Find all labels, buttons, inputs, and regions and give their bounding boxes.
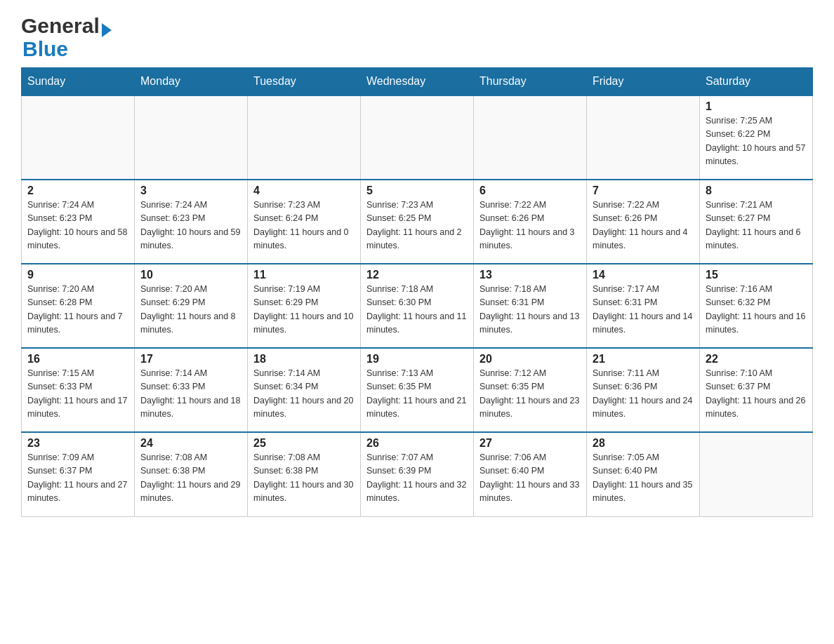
calendar-table: SundayMondayTuesdayWednesdayThursdayFrid… (21, 67, 813, 517)
cell-content: 24Sunrise: 7:08 AMSunset: 6:38 PMDayligh… (140, 437, 241, 506)
cell-content: 4Sunrise: 7:23 AMSunset: 6:24 PMDaylight… (253, 185, 355, 253)
calendar-cell: 12Sunrise: 7:18 AMSunset: 6:30 PMDayligh… (361, 264, 474, 348)
day-number: 9 (27, 269, 128, 281)
calendar-cell: 21Sunrise: 7:11 AMSunset: 6:36 PMDayligh… (587, 348, 700, 432)
day-info: Sunrise: 7:08 AMSunset: 6:38 PMDaylight:… (253, 451, 355, 506)
day-info: Sunrise: 7:23 AMSunset: 6:24 PMDaylight:… (253, 199, 355, 253)
day-number: 28 (593, 437, 694, 450)
calendar-cell: 20Sunrise: 7:12 AMSunset: 6:35 PMDayligh… (474, 348, 587, 432)
calendar-cell: 8Sunrise: 7:21 AMSunset: 6:27 PMDaylight… (700, 180, 813, 264)
cell-content: 19Sunrise: 7:13 AMSunset: 6:35 PMDayligh… (366, 353, 468, 422)
day-number: 4 (253, 185, 355, 197)
day-info: Sunrise: 7:09 AMSunset: 6:37 PMDaylight:… (27, 451, 128, 506)
day-number: 17 (140, 353, 241, 365)
calendar-cell (22, 95, 135, 180)
cell-content: 5Sunrise: 7:23 AMSunset: 6:25 PMDaylight… (366, 185, 468, 253)
calendar-cell: 19Sunrise: 7:13 AMSunset: 6:35 PMDayligh… (361, 348, 474, 432)
calendar-cell: 1Sunrise: 7:25 AMSunset: 6:22 PMDaylight… (700, 95, 813, 180)
weekday-header-thursday: Thursday (474, 68, 587, 96)
logo-general-text: General (21, 14, 100, 37)
cell-content: 8Sunrise: 7:21 AMSunset: 6:27 PMDaylight… (706, 185, 807, 253)
cell-content: 27Sunrise: 7:06 AMSunset: 6:40 PMDayligh… (479, 437, 581, 506)
cell-content: 28Sunrise: 7:05 AMSunset: 6:40 PMDayligh… (593, 437, 694, 506)
calendar-week-row: 9Sunrise: 7:20 AMSunset: 6:28 PMDaylight… (22, 264, 813, 348)
calendar-cell: 14Sunrise: 7:17 AMSunset: 6:31 PMDayligh… (587, 264, 700, 348)
cell-content: 25Sunrise: 7:08 AMSunset: 6:38 PMDayligh… (253, 437, 355, 506)
calendar-week-row: 16Sunrise: 7:15 AMSunset: 6:33 PMDayligh… (22, 348, 813, 432)
logo: General Blue (21, 14, 112, 60)
day-info: Sunrise: 7:23 AMSunset: 6:25 PMDaylight:… (366, 199, 468, 253)
logo-blue-text: Blue (22, 37, 68, 60)
weekday-header-tuesday: Tuesday (248, 68, 361, 96)
day-number: 23 (27, 437, 128, 450)
day-number: 1 (706, 100, 807, 113)
day-number: 13 (479, 269, 581, 281)
cell-content: 7Sunrise: 7:22 AMSunset: 6:26 PMDaylight… (593, 185, 694, 253)
day-info: Sunrise: 7:07 AMSunset: 6:39 PMDaylight:… (366, 451, 468, 506)
day-info: Sunrise: 7:06 AMSunset: 6:40 PMDaylight:… (479, 451, 581, 506)
calendar-cell: 4Sunrise: 7:23 AMSunset: 6:24 PMDaylight… (248, 180, 361, 264)
calendar-cell: 9Sunrise: 7:20 AMSunset: 6:28 PMDaylight… (22, 264, 135, 348)
day-info: Sunrise: 7:18 AMSunset: 6:30 PMDaylight:… (366, 283, 468, 337)
cell-content: 11Sunrise: 7:19 AMSunset: 6:29 PMDayligh… (253, 269, 355, 337)
weekday-header-row: SundayMondayTuesdayWednesdayThursdayFrid… (22, 68, 813, 96)
calendar-cell (135, 95, 248, 180)
calendar-cell (361, 95, 474, 180)
calendar-cell: 5Sunrise: 7:23 AMSunset: 6:25 PMDaylight… (361, 180, 474, 264)
calendar-cell: 3Sunrise: 7:24 AMSunset: 6:23 PMDaylight… (135, 180, 248, 264)
day-info: Sunrise: 7:18 AMSunset: 6:31 PMDaylight:… (479, 283, 581, 337)
day-info: Sunrise: 7:20 AMSunset: 6:28 PMDaylight:… (27, 283, 128, 337)
day-info: Sunrise: 7:21 AMSunset: 6:27 PMDaylight:… (706, 199, 807, 253)
day-info: Sunrise: 7:05 AMSunset: 6:40 PMDaylight:… (593, 451, 694, 506)
day-info: Sunrise: 7:12 AMSunset: 6:35 PMDaylight:… (479, 367, 581, 422)
day-number: 19 (366, 353, 468, 365)
cell-content: 9Sunrise: 7:20 AMSunset: 6:28 PMDaylight… (27, 269, 128, 337)
day-info: Sunrise: 7:10 AMSunset: 6:37 PMDaylight:… (706, 367, 807, 422)
day-number: 20 (479, 353, 581, 365)
calendar-cell: 18Sunrise: 7:14 AMSunset: 6:34 PMDayligh… (248, 348, 361, 432)
cell-content: 3Sunrise: 7:24 AMSunset: 6:23 PMDaylight… (140, 185, 241, 253)
day-number: 15 (706, 269, 807, 281)
day-number: 27 (479, 437, 581, 450)
day-number: 22 (706, 353, 807, 365)
cell-content: 15Sunrise: 7:16 AMSunset: 6:32 PMDayligh… (706, 269, 807, 337)
day-info: Sunrise: 7:13 AMSunset: 6:35 PMDaylight:… (366, 367, 468, 422)
calendar-cell: 25Sunrise: 7:08 AMSunset: 6:38 PMDayligh… (248, 432, 361, 516)
weekday-header-wednesday: Wednesday (361, 68, 474, 96)
cell-content: 20Sunrise: 7:12 AMSunset: 6:35 PMDayligh… (479, 353, 581, 422)
calendar-cell: 16Sunrise: 7:15 AMSunset: 6:33 PMDayligh… (22, 348, 135, 432)
day-number: 26 (366, 437, 468, 450)
calendar-cell: 24Sunrise: 7:08 AMSunset: 6:38 PMDayligh… (135, 432, 248, 516)
calendar-week-row: 23Sunrise: 7:09 AMSunset: 6:37 PMDayligh… (22, 432, 813, 516)
day-number: 14 (593, 269, 694, 281)
logo-arrow-icon (102, 23, 112, 37)
calendar-cell (587, 95, 700, 180)
day-info: Sunrise: 7:24 AMSunset: 6:23 PMDaylight:… (140, 199, 241, 253)
day-number: 8 (706, 185, 807, 197)
day-info: Sunrise: 7:22 AMSunset: 6:26 PMDaylight:… (479, 199, 581, 253)
day-number: 11 (253, 269, 355, 281)
day-info: Sunrise: 7:25 AMSunset: 6:22 PMDaylight:… (706, 114, 807, 169)
weekday-header-saturday: Saturday (700, 68, 813, 96)
cell-content: 21Sunrise: 7:11 AMSunset: 6:36 PMDayligh… (593, 353, 694, 422)
cell-content: 13Sunrise: 7:18 AMSunset: 6:31 PMDayligh… (479, 269, 581, 337)
day-info: Sunrise: 7:20 AMSunset: 6:29 PMDaylight:… (140, 283, 241, 337)
cell-content: 17Sunrise: 7:14 AMSunset: 6:33 PMDayligh… (140, 353, 241, 422)
day-number: 3 (140, 185, 241, 197)
day-number: 7 (593, 185, 694, 197)
cell-content: 18Sunrise: 7:14 AMSunset: 6:34 PMDayligh… (253, 353, 355, 422)
calendar-cell: 7Sunrise: 7:22 AMSunset: 6:26 PMDaylight… (587, 180, 700, 264)
day-info: Sunrise: 7:08 AMSunset: 6:38 PMDaylight:… (140, 451, 241, 506)
day-number: 6 (479, 185, 581, 197)
day-number: 5 (366, 185, 468, 197)
calendar-cell: 11Sunrise: 7:19 AMSunset: 6:29 PMDayligh… (248, 264, 361, 348)
cell-content: 23Sunrise: 7:09 AMSunset: 6:37 PMDayligh… (27, 437, 128, 506)
day-info: Sunrise: 7:17 AMSunset: 6:31 PMDaylight:… (593, 283, 694, 337)
calendar-week-row: 2Sunrise: 7:24 AMSunset: 6:23 PMDaylight… (22, 180, 813, 264)
calendar-cell: 13Sunrise: 7:18 AMSunset: 6:31 PMDayligh… (474, 264, 587, 348)
day-info: Sunrise: 7:14 AMSunset: 6:34 PMDaylight:… (253, 367, 355, 422)
day-info: Sunrise: 7:11 AMSunset: 6:36 PMDaylight:… (593, 367, 694, 422)
day-number: 24 (140, 437, 241, 450)
day-number: 16 (27, 353, 128, 365)
cell-content: 10Sunrise: 7:20 AMSunset: 6:29 PMDayligh… (140, 269, 241, 337)
